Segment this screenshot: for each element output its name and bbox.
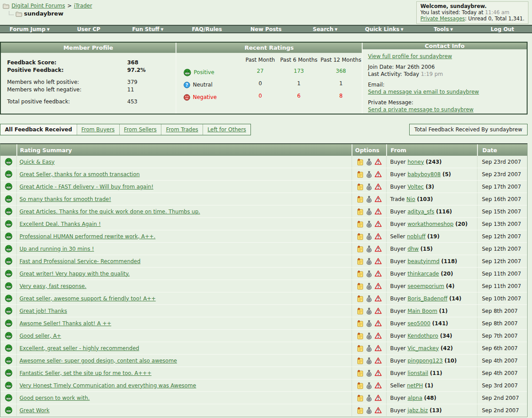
rating-summary-link[interactable]: Great job! Thanks xyxy=(20,308,67,314)
from-user-link[interactable]: alpna xyxy=(407,395,422,401)
from-user-link[interactable]: honey xyxy=(407,159,424,165)
nav-user-cp[interactable]: User CP xyxy=(59,26,118,32)
rating-summary-link[interactable]: Excellent Deal. Thanks Again ! xyxy=(20,221,101,227)
money-bag-icon[interactable] xyxy=(366,258,372,265)
money-bag-icon[interactable] xyxy=(366,171,372,178)
money-bag-icon[interactable] xyxy=(366,382,372,389)
money-bag-icon[interactable] xyxy=(366,233,372,240)
tab-from-trades[interactable]: From Trades xyxy=(161,124,203,135)
comment-note-icon[interactable] xyxy=(357,270,364,277)
tab-all-feedback-received[interactable]: All Feedback Received xyxy=(0,124,77,135)
money-bag-icon[interactable] xyxy=(366,208,372,215)
report-warning-icon[interactable] xyxy=(375,270,382,277)
report-warning-icon[interactable] xyxy=(375,320,382,327)
comment-note-icon[interactable] xyxy=(357,407,364,414)
nav-quick-links[interactable]: Quick Links▼ xyxy=(355,26,414,32)
comment-note-icon[interactable] xyxy=(357,295,364,302)
comment-note-icon[interactable] xyxy=(357,332,364,339)
money-bag-icon[interactable] xyxy=(366,158,372,166)
from-user-link[interactable]: Boris_Badenoff xyxy=(407,296,447,302)
report-warning-icon[interactable] xyxy=(375,258,382,264)
money-bag-icon[interactable] xyxy=(366,370,372,377)
from-user-link[interactable]: Main Boom xyxy=(407,308,437,314)
send-email-link[interactable]: Send a message via email to sundaybrew xyxy=(368,89,479,95)
from-user-link[interactable]: pingpong123 xyxy=(407,358,442,364)
comment-note-icon[interactable] xyxy=(357,171,364,178)
comment-note-icon[interactable] xyxy=(357,345,364,352)
nav-forum-jump[interactable]: Forum Jump▼ xyxy=(0,26,59,32)
nav-tools[interactable]: Tools▼ xyxy=(414,26,473,32)
from-user-link[interactable]: Vic_mackey xyxy=(407,345,439,351)
money-bag-icon[interactable] xyxy=(366,308,372,315)
money-bag-icon[interactable] xyxy=(366,295,372,302)
from-user-link[interactable]: jabz.biz xyxy=(407,407,428,414)
report-warning-icon[interactable] xyxy=(375,283,382,289)
money-bag-icon[interactable] xyxy=(366,283,372,290)
report-warning-icon[interactable] xyxy=(375,221,382,227)
comment-note-icon[interactable] xyxy=(357,394,364,402)
report-warning-icon[interactable] xyxy=(375,345,382,351)
money-bag-icon[interactable] xyxy=(366,270,372,277)
rating-summary-link[interactable]: Up and running in 30 mins ! xyxy=(20,246,94,252)
rating-summary-link[interactable]: Very Honest Timely Communication and eve… xyxy=(20,383,196,389)
rating-summary-link[interactable]: Excellent, great seller - highly recomme… xyxy=(20,345,139,351)
money-bag-icon[interactable] xyxy=(366,357,372,364)
nav-fun-stuff[interactable]: Fun Stuff▼ xyxy=(118,26,177,32)
money-bag-icon[interactable] xyxy=(366,196,372,203)
from-user-link[interactable]: Voltec xyxy=(407,184,424,190)
comment-note-icon[interactable] xyxy=(357,382,364,389)
money-bag-icon[interactable] xyxy=(366,245,372,252)
rating-summary-link[interactable]: Fantastic Seller, set the site up for me… xyxy=(20,370,152,376)
comment-note-icon[interactable] xyxy=(357,370,364,377)
comment-note-icon[interactable] xyxy=(357,320,364,327)
breadcrumb-link-itrader[interactable]: iTrader xyxy=(74,3,92,9)
from-user-link[interactable]: thinkarcade xyxy=(407,271,439,277)
comment-note-icon[interactable] xyxy=(357,158,364,166)
money-bag-icon[interactable] xyxy=(366,221,372,228)
from-user-link[interactable]: babyboy808 xyxy=(407,171,441,177)
tab-left-for-others[interactable]: Left for Others xyxy=(203,124,250,135)
breadcrumb-link-forums[interactable]: Digital Point Forums xyxy=(12,3,65,9)
comment-note-icon[interactable] xyxy=(357,196,364,203)
money-bag-icon[interactable] xyxy=(366,407,372,414)
send-pm-link[interactable]: Send a private message to sundaybrew xyxy=(368,106,473,113)
rating-summary-link[interactable]: Awsome Seller! Thanks alot! A ++ xyxy=(20,320,111,327)
report-warning-icon[interactable] xyxy=(375,382,382,389)
rating-summary-link[interactable]: Great seller, awesome support & friendly… xyxy=(20,296,156,302)
rating-summary-link[interactable]: Great writer! Very happy with the qualit… xyxy=(20,271,130,277)
money-bag-icon[interactable] xyxy=(366,320,372,327)
from-user-link[interactable]: seoemporium xyxy=(407,283,444,289)
rating-summary-link[interactable]: Good seller, A+ xyxy=(20,333,61,339)
comment-note-icon[interactable] xyxy=(357,308,364,315)
report-warning-icon[interactable] xyxy=(375,183,382,190)
from-user-link[interactable]: dhw xyxy=(407,246,419,252)
nav-new-posts[interactable]: New Posts xyxy=(236,26,295,32)
comment-note-icon[interactable] xyxy=(357,183,364,190)
from-user-link[interactable]: workathomeshop xyxy=(407,221,454,227)
from-user-link[interactable]: netPH xyxy=(407,383,423,389)
comment-note-icon[interactable] xyxy=(357,258,364,265)
from-user-link[interactable]: Nio xyxy=(407,196,415,202)
rating-summary-link[interactable]: Great Articles. Thanks for the quick wor… xyxy=(20,209,200,215)
view-full-profile-link[interactable]: View full profile for sundaybrew xyxy=(368,53,452,59)
report-warning-icon[interactable] xyxy=(375,196,382,202)
report-warning-icon[interactable] xyxy=(375,332,382,339)
comment-note-icon[interactable] xyxy=(357,357,364,364)
nav-log-out[interactable]: Log Out xyxy=(473,26,532,32)
rating-summary-link[interactable]: Great Work xyxy=(20,407,50,414)
nav-faq-rules[interactable]: FAQ/Rules xyxy=(177,26,236,32)
report-warning-icon[interactable] xyxy=(375,208,382,215)
report-warning-icon[interactable] xyxy=(375,158,382,165)
report-warning-icon[interactable] xyxy=(375,295,382,302)
comment-note-icon[interactable] xyxy=(357,283,364,290)
from-user-link[interactable]: lionstail xyxy=(407,370,428,376)
comment-note-icon[interactable] xyxy=(357,233,364,240)
from-user-link[interactable]: beautyinmd xyxy=(407,258,439,264)
rating-summary-link[interactable]: Awesome seller- super good design, conte… xyxy=(20,358,177,364)
report-warning-icon[interactable] xyxy=(375,308,382,314)
tab-from-buyers[interactable]: From Buyers xyxy=(77,124,119,135)
report-warning-icon[interactable] xyxy=(375,394,382,401)
nav-search[interactable]: Search▼ xyxy=(296,26,355,32)
private-messages-link[interactable]: Private Messages xyxy=(420,16,465,22)
rating-summary-link[interactable]: Great Seller, thanks for a smooth transa… xyxy=(20,171,140,177)
